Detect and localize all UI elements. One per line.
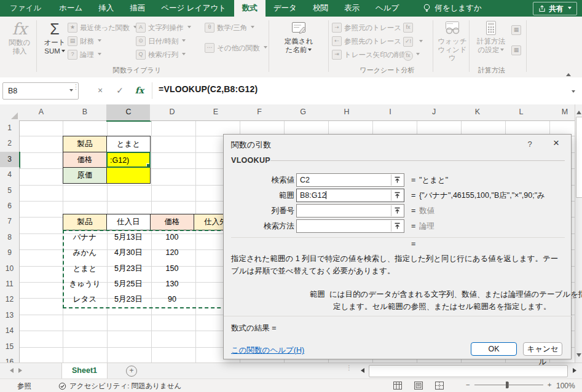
zoom-track[interactable] [474,385,543,385]
function-help-link[interactable]: この関数のヘルプ(H) [231,345,304,356]
cell-B3[interactable]: 価格 [63,152,107,168]
cell-D7[interactable]: 価格 [150,214,194,230]
show-formulas-button[interactable]: fx [403,22,423,34]
tell-me-box[interactable]: 何をしますか [423,0,481,17]
cell-B2[interactable]: 製品 [63,136,107,152]
insert-function-fx-button[interactable]: fx [132,84,147,97]
sheet-nav-right-arrow[interactable] [18,368,25,373]
cell-C4[interactable] [106,167,151,183]
row-header-6[interactable]: 6 [0,198,20,215]
row-header-14[interactable]: 14 [0,323,20,340]
col-index-input[interactable] [296,204,404,218]
sheet-tab-sheet1[interactable]: Sheet1 [61,363,108,380]
vertical-scrollbar[interactable] [575,104,582,363]
column-header-M[interactable]: M [543,104,575,121]
collapse-ribbon-button[interactable] [566,69,571,78]
page-break-view-icon[interactable] [435,382,444,390]
defined-names-button[interactable]: 定義され た名前 [272,20,326,59]
column-header-J[interactable]: J [412,104,457,121]
dialog-close-button[interactable]: × [549,137,563,149]
fill-handle[interactable] [146,163,151,168]
row-header-11[interactable]: 11 [0,276,20,293]
tab-draw[interactable]: 描画 [122,0,153,17]
lookup-value-input[interactable]: C2 [296,173,404,187]
logical-button[interactable]: ?論理 [68,49,137,61]
calculate-sheet-button[interactable]: ▦ [511,44,521,57]
insert-function-button[interactable]: fx 関数の 挿入 [4,20,36,59]
row-header-10[interactable]: 10 [0,261,20,278]
collapse-dialog-button[interactable] [391,205,403,216]
financial-button[interactable]: ▤財務 [68,35,137,47]
cell-C7[interactable]: 仕入日 [106,214,151,230]
cancel-entry-button[interactable]: × [92,84,108,97]
tab-insert[interactable]: 挿入 [90,0,122,17]
zoom-level[interactable]: 100% [556,382,575,390]
table-array-input[interactable]: B8:G12 [296,189,404,202]
column-header-L[interactable]: L [499,104,544,121]
text-functions-button[interactable]: A文字列操作 [136,22,191,34]
accessibility-status[interactable]: アクセシビリティ: 問題ありません [58,382,181,391]
column-header-E[interactable]: E [194,104,238,121]
normal-view-icon[interactable] [393,382,402,390]
vertical-scroll-thumb[interactable] [576,117,582,198]
lookup-reference-button[interactable]: Q検索/行列 [136,49,191,61]
more-functions-button[interactable]: ⋯その他の関数 [205,42,267,54]
sheet-nav-left-arrow[interactable] [7,368,14,373]
add-sheet-button[interactable]: + [126,366,137,377]
column-header-K[interactable]: K [455,104,500,121]
ok-button[interactable]: OK [471,342,517,356]
horizontal-scroll-thumb[interactable] [369,365,568,377]
scroll-right-button[interactable] [569,365,580,377]
column-header-I[interactable]: I [368,104,413,121]
column-header-F[interactable]: F [237,104,282,121]
scroll-up-arrow[interactable] [576,108,581,114]
page-layout-view-icon[interactable] [414,382,423,390]
row-header-8[interactable]: 8 [0,230,20,246]
horizontal-scrollbar[interactable] [355,365,580,377]
row-header-3[interactable]: 3 [0,152,20,168]
column-header-A[interactable]: A [19,104,64,121]
share-button[interactable]: 共有 [533,2,577,15]
tab-view[interactable]: 表示 [336,0,368,17]
error-checking-button[interactable]: ✓! [403,36,423,48]
dialog-help-button[interactable]: ? [525,139,535,149]
tab-page-layout[interactable]: ページ レイアウト [153,0,234,17]
cell-B7[interactable]: 製品 [63,214,107,230]
formula-input[interactable]: =VLOOKUP(C2,B8:G12) [159,84,258,94]
evaluate-formula-button[interactable]: fx [403,50,423,62]
datetime-button[interactable]: ⊙日付/時刻 [136,35,191,47]
enter-entry-button[interactable]: ✓ [112,84,128,97]
tab-help[interactable]: ヘルプ [368,0,407,17]
row-header-15[interactable]: 15 [0,339,20,356]
collapse-dialog-button[interactable] [391,190,403,201]
formula-bar-handle[interactable]: ⋮ [73,85,79,88]
cell-C2[interactable]: とまと [106,136,151,152]
expand-formula-bar-button[interactable] [570,87,575,96]
tab-file[interactable]: ファイル [0,0,51,17]
scrollbar-resize-handle[interactable]: ⋮ [346,367,352,369]
zoom-in-button[interactable]: + [548,381,552,388]
calculate-now-button[interactable]: ▦ [511,24,521,36]
zoom-thumb[interactable] [506,382,508,388]
column-header-D[interactable]: D [150,104,195,121]
collapse-dialog-button[interactable] [391,174,403,186]
select-all-button[interactable] [0,104,20,121]
row-header-9[interactable]: 9 [0,245,20,262]
calculation-options-button[interactable]: 計算方法 の設定 [472,20,510,59]
cell-C3[interactable]: :G12) [106,152,151,168]
column-header-C[interactable]: C [106,104,151,122]
zoom-slider[interactable]: − + [466,381,551,388]
tab-home[interactable]: ホーム [51,0,90,17]
row-header-5[interactable]: 5 [0,183,20,200]
column-header-B[interactable]: B [63,104,108,121]
column-header-G[interactable]: G [281,104,326,121]
row-header-1[interactable]: 1 [0,120,20,137]
watch-window-button[interactable]: ウォッチ ウィンドウ [435,20,470,59]
name-box[interactable]: B8 [2,82,79,100]
row-header-4[interactable]: 4 [0,167,20,184]
row-header-2[interactable]: 2 [0,136,20,152]
zoom-out-button[interactable]: − [466,381,470,388]
range-lookup-input[interactable] [296,219,404,233]
row-header-13[interactable]: 13 [0,308,20,324]
tab-review[interactable]: 校閲 [305,0,336,17]
